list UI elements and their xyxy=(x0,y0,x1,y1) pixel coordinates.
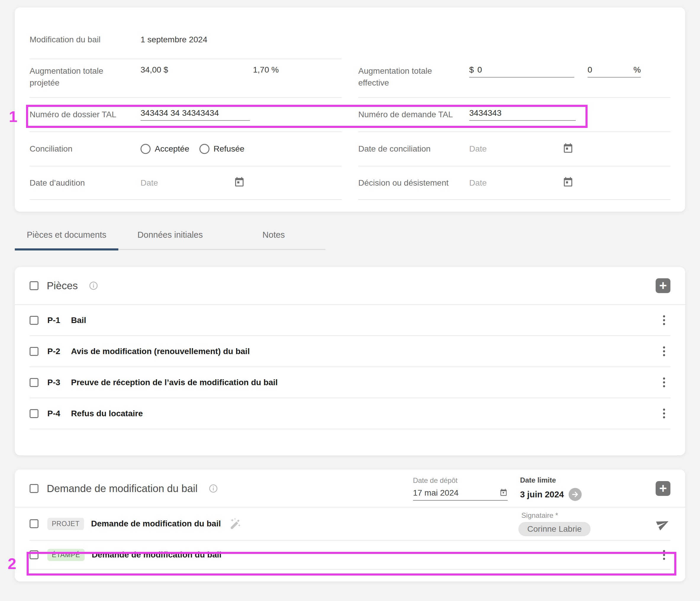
date-limite-label: Date limite xyxy=(520,476,582,484)
row-date-audition: Date d’audition xyxy=(30,166,342,200)
row-date-conciliation: Date de conciliation xyxy=(358,132,670,166)
piece-checkbox[interactable] xyxy=(30,316,39,325)
date-conciliation-field xyxy=(469,142,574,156)
row-augmentation-projetee: Augmentation totale projetée 34,00 $ 1,7… xyxy=(30,59,342,98)
document-label: Demande de modification du bail xyxy=(91,519,221,528)
calendar-icon[interactable] xyxy=(234,176,245,190)
tab-pieces-et-documents[interactable]: Pièces et documents xyxy=(15,230,118,249)
modification-label: Modification du bail xyxy=(30,34,141,46)
signataire-block: Signataire * Corinne Labrie xyxy=(518,511,591,536)
date-conciliation-input[interactable] xyxy=(469,144,562,154)
piece-checkbox[interactable] xyxy=(30,378,39,387)
augmentation-effective-percent-field: % xyxy=(588,65,641,77)
kebab-menu-icon[interactable] xyxy=(657,311,670,329)
signataire-label: Signataire * xyxy=(521,511,558,520)
row-numero-dossier-tal: Numéro de dossier TAL xyxy=(30,98,342,132)
calendar-icon[interactable] xyxy=(562,176,574,190)
row-numero-demande-tal: Numéro de demande TAL xyxy=(358,98,670,132)
piece-row: P-4 Refus du locataire xyxy=(30,398,670,429)
date-conciliation-label: Date de conciliation xyxy=(358,143,469,155)
tab-notes[interactable]: Notes xyxy=(222,230,325,249)
calendar-icon[interactable] xyxy=(499,488,508,498)
augmentation-effective-amount-field: $ xyxy=(469,65,574,77)
piece-code: P-2 xyxy=(47,347,71,356)
kebab-menu-icon[interactable] xyxy=(657,374,670,391)
add-piece-button[interactable]: + xyxy=(656,278,670,293)
info-icon[interactable] xyxy=(209,484,218,493)
date-depot-field[interactable]: 17 mai 2024 xyxy=(413,488,508,501)
piece-row: P-1 Bail xyxy=(30,305,670,336)
decision-label: Décision ou désistement xyxy=(358,177,469,189)
piece-checkbox[interactable] xyxy=(30,409,39,418)
plus-icon: + xyxy=(659,279,667,292)
piece-code: P-4 xyxy=(47,409,71,418)
numero-demande-tal-input[interactable] xyxy=(469,109,576,118)
pieces-header: Pièces + xyxy=(15,267,685,305)
conciliation-refusee-option[interactable]: Refusée xyxy=(199,144,244,154)
plus-icon: + xyxy=(659,482,667,495)
augmentation-projetee-percent: 1,70 % xyxy=(253,65,279,75)
arrow-right-icon[interactable] xyxy=(569,488,582,501)
numero-dossier-tal-field xyxy=(141,109,250,121)
tab-donnees-initiales[interactable]: Données initiales xyxy=(118,230,222,249)
status-badge-etampe: ÉTAMPÉ xyxy=(47,549,84,561)
info-icon[interactable] xyxy=(89,281,98,290)
add-document-button[interactable]: + xyxy=(656,481,670,496)
demande-select-all-checkbox[interactable] xyxy=(30,484,39,493)
date-audition-field xyxy=(141,176,245,190)
date-limite-block: Date limite 3 juin 2024 xyxy=(520,476,582,501)
date-depot-block: Date de dépôt 17 mai 2024 xyxy=(413,476,508,501)
piece-label: Refus du locataire xyxy=(71,409,143,418)
augmentation-effective-amount-input[interactable] xyxy=(477,65,574,75)
modification-value: 1 septembre 2024 xyxy=(141,35,207,44)
signataire-chip[interactable]: Corinne Labrie xyxy=(518,522,591,536)
kebab-menu-icon[interactable] xyxy=(657,405,670,423)
document-row-projet: PROJET Demande de modification du bail S… xyxy=(30,507,670,540)
percent-suffix: % xyxy=(633,65,641,75)
document-checkbox[interactable] xyxy=(30,550,39,559)
status-badge-projet: PROJET xyxy=(47,518,84,530)
calendar-icon[interactable] xyxy=(562,142,574,156)
date-depot-value: 17 mai 2024 xyxy=(413,488,458,498)
row-augmentation-effective: Augmentation totale effective $ % xyxy=(358,59,670,98)
augmentation-effective-percent-input[interactable] xyxy=(588,65,605,75)
numero-dossier-tal-input[interactable] xyxy=(141,109,250,118)
radio-refusee[interactable] xyxy=(199,144,209,154)
piece-label: Avis de modification (renouvellement) du… xyxy=(71,347,250,356)
row-modification-du-bail: Modification du bail 1 septembre 2024 xyxy=(30,21,342,59)
pieces-list: P-1 Bail P-2 Avis de modification (renou… xyxy=(30,305,670,429)
document-label: Demande de modification du bail xyxy=(92,550,222,559)
row-decision-desistement: Décision ou désistement xyxy=(358,166,670,200)
radio-acceptee[interactable] xyxy=(141,144,151,154)
piece-code: P-3 xyxy=(47,378,71,387)
demande-dates-cluster: Date de dépôt 17 mai 2024 Date limite 3 … xyxy=(413,476,670,501)
augmentation-projetee-amount: 34,00 $ xyxy=(141,65,253,75)
dollar-prefix: $ xyxy=(469,65,474,75)
lease-form-card: Modification du bail 1 septembre 2024 Au… xyxy=(15,7,685,212)
conciliation-acceptee-option[interactable]: Acceptée xyxy=(141,144,189,154)
document-row-etampe: ÉTAMPÉ Demande de modification du bail xyxy=(30,540,670,570)
lease-form-grid: Modification du bail 1 septembre 2024 Au… xyxy=(30,21,670,200)
decision-date-input[interactable] xyxy=(469,178,562,188)
radio-acceptee-label: Acceptée xyxy=(155,144,189,154)
demande-header: Demande de modification du bail Date de … xyxy=(15,470,685,507)
radio-refusee-label: Refusée xyxy=(214,144,244,154)
kebab-menu-icon[interactable] xyxy=(657,546,670,564)
page: { "colors": { "navy": "#335070", "magent… xyxy=(0,0,700,601)
demande-document-list: PROJET Demande de modification du bail S… xyxy=(30,507,670,570)
pieces-title: Pièces xyxy=(47,280,78,292)
numero-dossier-tal-label: Numéro de dossier TAL xyxy=(30,109,141,120)
date-limite-value: 3 juin 2024 xyxy=(520,490,564,500)
send-icon[interactable] xyxy=(656,516,670,531)
piece-checkbox[interactable] xyxy=(30,347,39,356)
section-tabs: Pièces et documents Données initiales No… xyxy=(15,230,325,250)
date-audition-input[interactable] xyxy=(141,178,234,188)
document-checkbox[interactable] xyxy=(30,519,39,528)
demande-title: Demande de modification du bail xyxy=(47,483,198,495)
kebab-menu-icon[interactable] xyxy=(657,342,670,360)
date-depot-label: Date de dépôt xyxy=(413,476,508,485)
piece-label: Bail xyxy=(71,316,86,325)
row-conciliation: Conciliation Acceptée Refusée xyxy=(30,132,342,166)
pieces-select-all-checkbox[interactable] xyxy=(30,281,39,290)
magic-wand-icon[interactable] xyxy=(229,518,242,530)
